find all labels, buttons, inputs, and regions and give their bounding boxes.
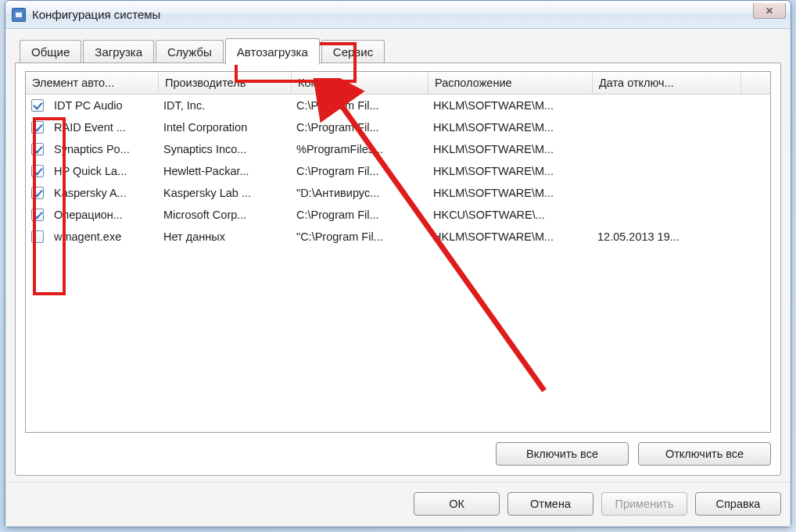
cell-manufacturer: Kaspersky Lab ... [159, 185, 292, 201]
msconfig-window: Конфигурация системы ✕ Общие Загрузка Сл… [5, 0, 791, 527]
cell-location: HKLM\SOFTWARE\M... [428, 229, 593, 245]
checkbox[interactable] [31, 209, 44, 221]
tab-startup[interactable]: Автозагрузка [225, 38, 320, 65]
cell-item: Synaptics Po... [49, 141, 159, 157]
tab-label: Сервис [333, 45, 373, 59]
cell-command: C:\Program Fil... [292, 163, 428, 179]
table-row[interactable]: RAID Event ...Intel CorporationC:\Progra… [26, 116, 770, 138]
cell-date [593, 170, 741, 173]
tab-content-area: Общие Загрузка Службы Автозагрузка Серви… [5, 29, 791, 482]
cell-location: HKLM\SOFTWARE\M... [428, 120, 593, 135]
startup-panel: Элемент авто... Производитель Команда Ра… [15, 62, 781, 476]
cell-manufacturer: IDT, Inc. [159, 98, 292, 113]
cell-item: HP Quick La... [49, 163, 159, 179]
cell-location: HKLM\SOFTWARE\M... [428, 185, 593, 201]
startup-listview[interactable]: Элемент авто... Производитель Команда Ра… [25, 71, 771, 433]
col-manufacturer[interactable]: Производитель [159, 72, 292, 94]
cell-item: Kaspersky A... [49, 185, 159, 201]
cell-manufacturer: Synaptics Inco... [159, 141, 292, 157]
tab-services[interactable]: Службы [156, 40, 224, 63]
col-location[interactable]: Расположение [428, 72, 593, 94]
tab-boot[interactable]: Загрузка [83, 40, 154, 63]
window-title: Конфигурация системы [32, 8, 160, 21]
cell-date: 12.05.2013 19... [593, 229, 741, 245]
tab-label: Загрузка [95, 45, 142, 59]
cell-item: wmagent.exe [49, 229, 159, 245]
tab-label: Службы [167, 45, 212, 59]
cell-manufacturer: Hewlett-Packar... [159, 163, 292, 179]
cell-command: %ProgramFiles... [292, 141, 428, 157]
table-row[interactable]: wmagent.exeНет данных"C:\Program Fil...H… [26, 226, 770, 248]
cell-date [593, 104, 741, 107]
cell-item: Операцион... [49, 207, 159, 223]
cell-location: HKLM\SOFTWARE\M... [428, 141, 593, 157]
tab-general[interactable]: Общие [20, 40, 81, 63]
help-button[interactable]: Справка [695, 492, 781, 516]
checkbox[interactable] [31, 99, 44, 112]
cancel-button[interactable]: Отмена [507, 492, 593, 516]
cell-item: IDT PC Audio [49, 98, 159, 113]
col-item[interactable]: Элемент авто... [26, 72, 159, 94]
ok-button[interactable]: ОК [414, 492, 500, 516]
cell-item: RAID Event ... [49, 120, 159, 135]
cell-command: C:\Program Fil... [292, 120, 428, 135]
checkbox[interactable] [31, 165, 44, 177]
titlebar[interactable]: Конфигурация системы ✕ [5, 1, 791, 29]
apply-button[interactable]: Применить [601, 492, 687, 516]
cell-location: HKLM\SOFTWARE\M... [428, 98, 593, 113]
cell-manufacturer: Microsoft Corp... [159, 207, 292, 223]
table-row[interactable]: Kaspersky A...Kaspersky Lab ..."D:\Антив… [26, 182, 770, 204]
checkbox[interactable] [31, 143, 44, 155]
panel-buttons: Включить все Отключить все [25, 442, 771, 466]
dialog-button-bar: ОК Отмена Применить Справка [5, 482, 791, 527]
table-row[interactable]: IDT PC AudioIDT, Inc.C:\Program Fil...HK… [26, 95, 770, 116]
listview-header[interactable]: Элемент авто... Производитель Команда Ра… [26, 72, 770, 95]
checkbox[interactable] [31, 230, 44, 243]
checkbox[interactable] [31, 187, 44, 199]
cell-location: HKCU\SOFTWARE\... [428, 207, 593, 223]
cell-date [593, 213, 741, 216]
disable-all-button[interactable]: Отключить все [638, 442, 771, 466]
window-icon [12, 8, 26, 22]
table-row[interactable]: HP Quick La...Hewlett-Packar...C:\Progra… [26, 160, 770, 182]
enable-all-button[interactable]: Включить все [496, 442, 629, 466]
listview-body: IDT PC AudioIDT, Inc.C:\Program Fil...HK… [26, 95, 770, 432]
cell-command: "D:\Антивирус... [292, 185, 428, 201]
cell-manufacturer: Intel Corporation [159, 120, 292, 135]
cell-manufacturer: Нет данных [159, 229, 292, 245]
table-row[interactable]: Операцион...Microsoft Corp...C:\Program … [26, 204, 770, 226]
col-date-disabled[interactable]: Дата отключ... [593, 72, 741, 94]
tab-label: Общие [31, 45, 70, 59]
close-button[interactable]: ✕ [753, 3, 786, 19]
cell-command: C:\Program Fil... [292, 98, 428, 113]
cell-location: HKLM\SOFTWARE\M... [428, 163, 593, 179]
close-icon: ✕ [766, 5, 773, 16]
table-row[interactable]: Synaptics Po...Synaptics Inco...%Program… [26, 138, 770, 160]
cell-command: "C:\Program Fil... [292, 229, 428, 245]
cell-date [593, 191, 741, 195]
cell-command: C:\Program Fil... [292, 207, 428, 223]
cell-date [593, 126, 741, 129]
col-command[interactable]: Команда [292, 72, 428, 94]
checkbox[interactable] [31, 121, 44, 134]
cell-date [593, 148, 741, 151]
tab-tools[interactable]: Сервис [321, 40, 385, 63]
tab-label: Автозагрузка [237, 45, 308, 59]
tabs-strip: Общие Загрузка Службы Автозагрузка Серви… [15, 38, 781, 63]
